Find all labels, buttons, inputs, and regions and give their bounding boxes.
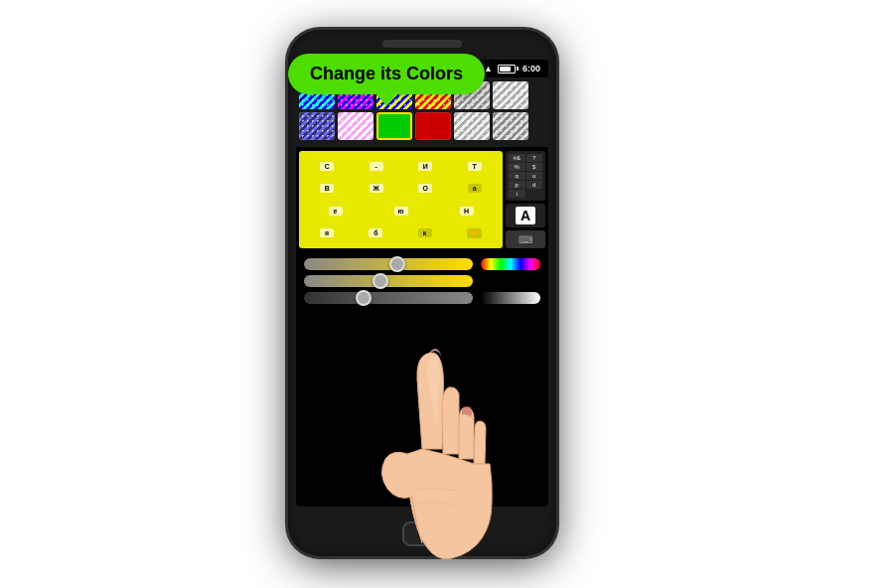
special-keys-section: #& ? % $ q u p d i: [506, 151, 545, 201]
kb-row-3: е ю Н: [303, 200, 499, 222]
tooltip-text: Change its Colors: [310, 64, 463, 83]
gray-spectrum-bar[interactable]: [481, 292, 540, 304]
kb-key[interactable]: С: [320, 162, 334, 171]
home-button[interactable]: [402, 521, 442, 546]
special-key[interactable]: p: [509, 181, 525, 189]
special-key[interactable]: #&: [509, 154, 525, 162]
special-key[interactable]: u: [526, 172, 543, 180]
slider-row-2: [304, 275, 473, 287]
color-slider-2[interactable]: [304, 275, 473, 287]
key-panel: #& ? % $ q u p d i A ⌨: [506, 151, 545, 248]
special-key[interactable]: $: [526, 163, 543, 171]
scene: Change its Colors ▲: [0, 0, 894, 588]
kb-key[interactable]: Т: [468, 162, 482, 171]
kb-key[interactable]: В: [320, 184, 334, 193]
swatch-silver-2[interactable]: [454, 112, 490, 140]
kb-key[interactable]: -: [370, 162, 383, 171]
swatch-pink-light[interactable]: [338, 112, 373, 140]
kb-key[interactable]: я: [320, 228, 334, 237]
keyboard-area: С - И Т В Ж О а е ю Н: [296, 147, 548, 252]
color-slider-1[interactable]: [304, 258, 473, 270]
special-key[interactable]: d: [526, 181, 543, 189]
key-icon-section: ⌨: [506, 230, 545, 248]
kb-key[interactable]: е: [329, 207, 343, 216]
kb-row-1: С - И Т: [303, 155, 499, 178]
slider-thumb-3[interactable]: [356, 290, 372, 306]
kb-key-special[interactable]: к: [418, 228, 432, 237]
swatch-red[interactable]: [415, 112, 451, 140]
swatch-gray-light-2[interactable]: [493, 112, 528, 140]
phone: ▲ 6:00: [288, 30, 556, 556]
color-spectrum-bar[interactable]: [481, 258, 540, 270]
sliders-right: [481, 258, 540, 304]
sliders-left: [304, 258, 473, 304]
swatch-green-selected[interactable]: [376, 112, 412, 140]
keyboard-icon: ⌨: [519, 234, 532, 245]
special-key[interactable]: q: [509, 172, 525, 180]
kb-key[interactable]: И: [418, 162, 432, 171]
swatch-silver-1[interactable]: [493, 81, 528, 109]
key-a-button[interactable]: A: [516, 207, 535, 224]
slider-row-3: [304, 292, 473, 304]
gray-slider-1[interactable]: [304, 292, 473, 304]
special-key[interactable]: ?: [526, 154, 543, 162]
battery-icon: [498, 65, 516, 74]
tooltip-bubble: Change its Colors: [288, 54, 485, 94]
special-key[interactable]: %: [509, 163, 525, 171]
slider-row-1: [304, 258, 473, 270]
special-key[interactable]: i: [509, 190, 525, 198]
kb-key-emoji[interactable]: 🐥: [467, 228, 482, 238]
key-a-section: A: [506, 204, 545, 227]
slider-thumb-1[interactable]: [389, 256, 405, 272]
kb-key[interactable]: б: [369, 228, 382, 237]
kb-key[interactable]: Н: [460, 207, 474, 216]
kb-key[interactable]: Ж: [370, 184, 383, 193]
kb-row-2: В Ж О а: [303, 178, 499, 201]
kb-key[interactable]: ю: [394, 207, 408, 216]
time-display: 6:00: [522, 64, 540, 74]
swatch-row-2: [299, 112, 545, 140]
phone-screen: ▲ 6:00: [296, 60, 548, 507]
wifi-icon: ▲: [484, 64, 493, 74]
kb-row-4: я б к 🐥: [303, 222, 499, 245]
slider-thumb-2[interactable]: [372, 273, 388, 289]
kb-key-special[interactable]: а: [468, 184, 482, 193]
kb-key[interactable]: О: [418, 184, 432, 193]
phone-speaker: [382, 40, 462, 48]
keyboard-preview: С - И Т В Ж О а е ю Н: [299, 151, 503, 248]
swatch-blue-dark[interactable]: [299, 112, 335, 140]
slider-section: [296, 252, 548, 310]
